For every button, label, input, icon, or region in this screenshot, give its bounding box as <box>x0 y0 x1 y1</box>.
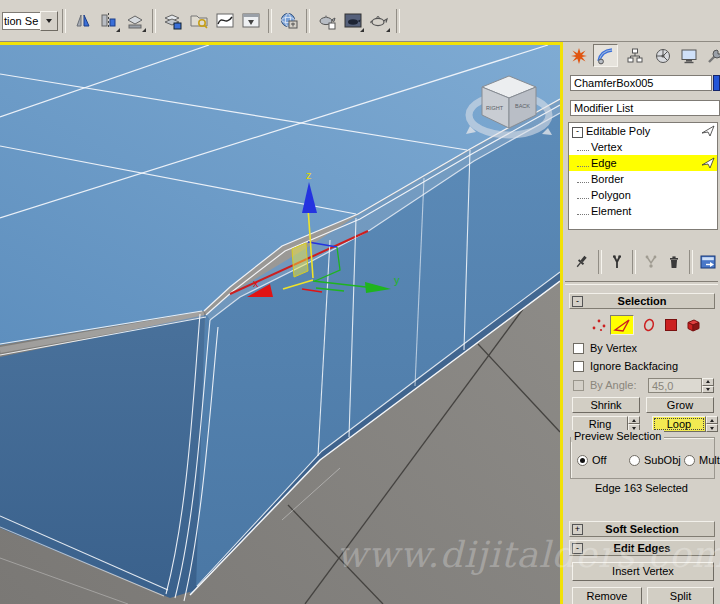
motion-icon <box>654 47 672 65</box>
rollout-title: Edit Edges <box>614 542 671 554</box>
named-selection-sets-value[interactable]: tion Se <box>2 12 40 30</box>
stack-item-polygon[interactable]: Polygon <box>569 187 717 203</box>
align-button[interactable] <box>97 9 121 33</box>
spinner-down[interactable] <box>702 386 714 394</box>
tree-branch <box>577 206 589 215</box>
tab-hierarchy[interactable] <box>622 44 647 67</box>
tab-create[interactable] <box>566 44 591 67</box>
curve-icon <box>215 11 235 31</box>
curve-editor-button[interactable] <box>213 9 237 33</box>
preview-off-radio[interactable] <box>577 455 588 466</box>
preview-selection-group: Off SubObj Multi <box>570 437 715 479</box>
polygon-icon <box>664 318 678 332</box>
stack-item-vertex[interactable]: Vertex <box>569 139 717 155</box>
configure-sets-icon <box>700 254 718 270</box>
toolbar-separator <box>306 9 310 33</box>
by-angle-field[interactable]: 45,0 <box>648 378 702 393</box>
stack-item-editable-poly[interactable]: -Editable Poly <box>569 123 717 139</box>
modifier-list-dropdown[interactable]: Modifier List <box>570 100 720 116</box>
border-icon <box>641 317 657 333</box>
modifier-stack: -Editable Poly Vertex Edge Border Polygo… <box>568 122 718 230</box>
spinner-up[interactable] <box>702 378 714 386</box>
axis-z-label: z <box>306 169 312 181</box>
render-setup-button[interactable] <box>315 9 339 33</box>
collapse-icon[interactable]: - <box>572 296 583 307</box>
toolbar-separator <box>598 250 602 274</box>
axis-x-label: x <box>253 277 259 289</box>
stack-item-border[interactable]: Border <box>569 171 717 187</box>
by-angle-spinner[interactable] <box>702 378 714 393</box>
border-subobject-button[interactable] <box>638 315 660 335</box>
up-arrow-icon <box>710 419 714 422</box>
render-production-button[interactable] <box>367 9 391 33</box>
spinner-up[interactable] <box>628 416 640 424</box>
named-selection-sets-combo[interactable]: tion Se <box>2 11 58 31</box>
by-vertex-checkbox[interactable] <box>573 343 584 354</box>
by-vertex-label: By Vertex <box>590 342 637 354</box>
ignore-backfacing-label: Ignore Backfacing <box>590 360 678 372</box>
collapse-icon[interactable]: - <box>572 543 583 554</box>
object-name-field[interactable]: ChamferBox005 <box>570 75 712 91</box>
toolbar-separator <box>268 9 272 33</box>
stack-item-label: Edge <box>591 157 617 169</box>
scene-explorer-button[interactable] <box>187 9 211 33</box>
material-editor-button[interactable] <box>277 9 301 33</box>
perspective-viewport[interactable]: z x y RIGHT BACK <box>0 42 563 604</box>
make-unique-button[interactable] <box>642 253 661 271</box>
down-arrow-icon <box>706 388 710 391</box>
flyout-indicator <box>116 28 120 32</box>
combo-dropdown-button[interactable] <box>40 11 58 31</box>
schematic-view-button[interactable] <box>239 9 263 33</box>
create-icon <box>570 47 588 65</box>
split-button[interactable]: Split <box>647 587 714 604</box>
show-end-result-button[interactable] <box>608 253 627 271</box>
stack-item-edge[interactable]: Edge <box>569 155 717 171</box>
axis-y-label: y <box>394 274 400 286</box>
spinner-down[interactable] <box>706 424 718 432</box>
soft-selection-rollout-header[interactable]: + Soft Selection <box>569 521 715 537</box>
tab-modify[interactable] <box>593 44 618 67</box>
object-color-swatch[interactable] <box>713 75 720 91</box>
edge-icon <box>613 318 631 333</box>
rendered-frame-window-button[interactable] <box>341 9 365 33</box>
preview-subobj-radio[interactable] <box>629 455 640 466</box>
remove-button[interactable]: Remove <box>572 587 642 604</box>
stack-item-element[interactable]: Element <box>569 203 717 219</box>
selection-rollout-header[interactable]: - Selection <box>569 293 715 309</box>
down-arrow-icon <box>710 427 714 430</box>
edge-subobject-button[interactable] <box>610 315 634 335</box>
tree-branch <box>577 142 589 151</box>
gizmo-plane-handle[interactable] <box>292 243 308 277</box>
modify-icon <box>597 47 615 65</box>
tab-motion[interactable] <box>650 44 675 67</box>
layer-manager-icon <box>163 11 183 31</box>
vertex-subobject-button[interactable] <box>588 315 610 335</box>
remove-modifier-button[interactable] <box>665 253 684 271</box>
pin-stack-button[interactable] <box>573 253 592 271</box>
shrink-button[interactable]: Shrink <box>572 397 640 413</box>
insert-vertex-button[interactable]: Insert Vertex <box>572 562 714 581</box>
collapse-icon[interactable]: - <box>572 127 583 138</box>
tab-utilities[interactable] <box>702 44 720 67</box>
configure-modifier-sets-button[interactable] <box>699 253 718 271</box>
tab-display[interactable] <box>676 44 701 67</box>
loop-spinner[interactable] <box>706 416 718 432</box>
edit-edges-rollout-header[interactable]: - Edit Edges <box>569 540 715 556</box>
mirror-button[interactable] <box>71 9 95 33</box>
grow-button[interactable]: Grow <box>646 397 714 413</box>
expand-icon[interactable]: + <box>572 524 583 535</box>
preview-multi-radio[interactable] <box>684 455 695 466</box>
toolbar-separator <box>689 250 693 274</box>
polygon-subobject-button[interactable] <box>660 315 682 335</box>
spinner-up[interactable] <box>706 416 718 424</box>
by-angle-checkbox[interactable] <box>573 380 584 391</box>
main-toolbar: tion Se <box>0 0 720 42</box>
layer-properties-button[interactable] <box>123 9 147 33</box>
up-arrow-icon <box>632 419 636 422</box>
preview-multi-label: Multi <box>699 454 720 466</box>
layer-manager-button[interactable] <box>161 9 185 33</box>
toolbar-separator <box>396 9 400 33</box>
ignore-backfacing-checkbox[interactable] <box>573 361 584 372</box>
element-subobject-button[interactable] <box>682 315 704 335</box>
stack-item-label: Border <box>591 173 624 185</box>
